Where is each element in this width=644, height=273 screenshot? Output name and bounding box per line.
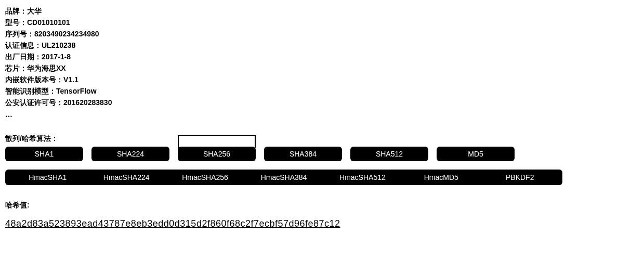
info-row: 品牌：大华: [5, 5, 639, 17]
info-label: 公安认证许可号：: [5, 98, 63, 107]
hash-option-md5[interactable]: MD5: [437, 147, 515, 161]
info-value: CD01010101: [27, 18, 70, 27]
hash-algorithm-label: 散列/哈希算法：: [5, 134, 639, 144]
info-value: V1.1: [63, 75, 78, 84]
hash-option-hmacsha384[interactable]: HmacSHA384: [244, 173, 323, 181]
hash-option-pbkdf2[interactable]: PBKDF2: [481, 173, 559, 181]
hash-option-hmacmd5[interactable]: HmacMD5: [402, 173, 480, 181]
info-row: 内嵌软件版本号：V1.1: [5, 74, 639, 85]
info-label: 型号：: [5, 18, 27, 27]
info-value: 华为海思XX: [27, 64, 66, 72]
hash-option-sha384[interactable]: SHA384: [264, 147, 342, 161]
info-label: 序列号：: [5, 30, 34, 38]
info-value: 2017-1-8: [42, 53, 71, 61]
info-value: 大华: [27, 7, 42, 15]
info-row: 认证信息：UL210238: [5, 40, 639, 51]
hash-option-sha1[interactable]: SHA1: [5, 147, 83, 161]
hash-value-label: 哈希值:: [5, 201, 639, 210]
hash-option-sha224[interactable]: SHA224: [91, 147, 169, 161]
info-label: 内嵌软件版本号：: [5, 75, 63, 84]
info-value: 201620283830: [63, 98, 112, 107]
info-value: TensorFlow: [56, 87, 97, 95]
info-row: 智能识别模型：TensorFlow: [5, 85, 639, 97]
hash-option-sha512[interactable]: SHA512: [350, 147, 428, 161]
hash-value-output: 48a2d83a523893ead43787e8eb3edd0d315d2f86…: [5, 218, 639, 229]
info-row: 型号：CD01010101: [5, 17, 639, 28]
device-info-block: 品牌：大华型号：CD01010101序列号：8203490234234980认证…: [5, 5, 639, 108]
hash-algorithm-row-2: HmacSHA1HmacSHA224HmacSHA256HmacSHA384Hm…: [5, 170, 562, 185]
info-row: 出厂日期：2017-1-8: [5, 51, 639, 62]
hash-option-hmacsha224[interactable]: HmacSHA224: [87, 173, 165, 181]
info-label: 芯片：: [5, 64, 27, 72]
info-label: 品牌：: [5, 7, 27, 15]
info-value: UL210238: [42, 41, 75, 49]
info-ellipsis: …: [5, 110, 639, 119]
hash-option-hmacsha1[interactable]: HmacSHA1: [8, 173, 87, 181]
hash-option-hmacsha256[interactable]: HmacSHA256: [166, 173, 244, 181]
hash-option-sha256[interactable]: SHA256: [178, 147, 256, 161]
info-label: 出厂日期：: [5, 53, 42, 61]
hash-algorithm-row-1: SHA1SHA224SHA256SHA384SHA512MD5: [5, 147, 639, 161]
info-label: 认证信息：: [5, 41, 42, 49]
info-value: 8203490234234980: [34, 30, 99, 38]
info-row: 序列号：8203490234234980: [5, 28, 639, 40]
info-label: 智能识别模型：: [5, 87, 56, 95]
info-row: 公安认证许可号：201620283830: [5, 97, 639, 108]
info-row: 芯片：华为海思XX: [5, 62, 639, 74]
hash-option-hmacsha512[interactable]: HmacSHA512: [323, 173, 402, 181]
